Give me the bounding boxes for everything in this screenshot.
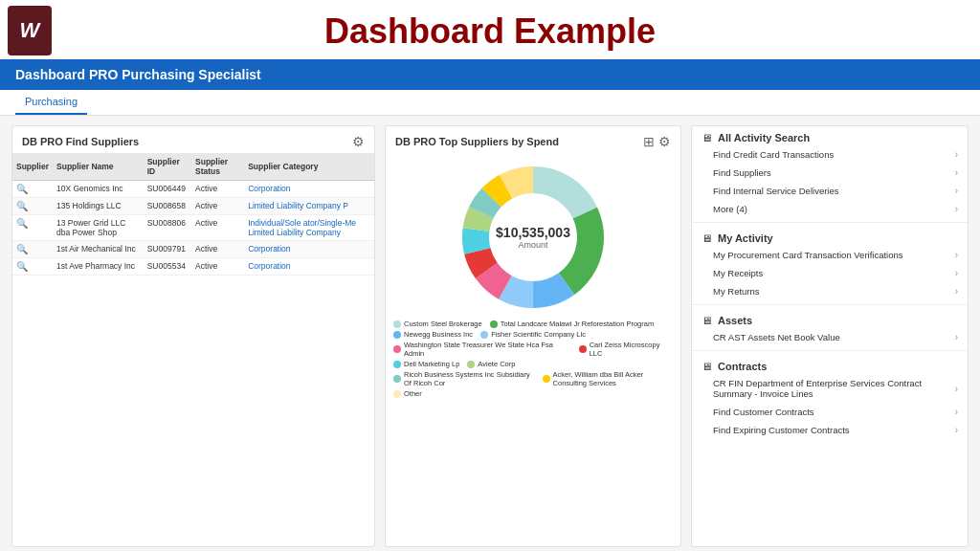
legend-label: Carl Zeiss Microscopy LLC xyxy=(590,341,673,358)
col-supplier-category: Supplier Category xyxy=(244,153,374,181)
section-item-label: My Returns xyxy=(713,286,760,297)
section-item[interactable]: CR AST Assets Net Book Value › xyxy=(692,328,968,346)
section-item[interactable]: My Receipts › xyxy=(692,264,968,282)
legend-row: Ricoh Business Systems Inc Subsidiary Of… xyxy=(393,370,673,387)
supplier-id-cell: SU006449 xyxy=(144,181,191,198)
section-item[interactable]: CR FIN Department of Enterprise Services… xyxy=(692,374,968,403)
logo: W xyxy=(8,6,52,55)
chevron-right-icon: › xyxy=(955,425,958,435)
donut-label: $10,535,003 Amount xyxy=(496,225,570,250)
supplier-name-cell: 135 Holdings LLC xyxy=(53,198,144,215)
legend-item: Newegg Business Inc xyxy=(393,330,473,339)
legend-item: Total Landcare Malawi Jr Reforestation P… xyxy=(490,320,655,328)
chevron-right-icon: › xyxy=(955,407,958,417)
table-row: 🔍 135 Holdings LLC SU008658 Active Limit… xyxy=(12,198,374,215)
chevron-right-icon: › xyxy=(955,286,958,297)
tab-purchasing[interactable]: Purchasing xyxy=(15,90,87,115)
section-item[interactable]: Find Credit Card Transactions › xyxy=(692,145,968,164)
find-suppliers-title: DB PRO Find Suppliers xyxy=(22,136,139,147)
legend-label: Custom Steel Brokerage xyxy=(404,320,482,328)
chevron-right-icon: › xyxy=(955,384,958,394)
section-item[interactable]: Find Internal Service Deliveries › xyxy=(692,182,968,200)
section-item-label: Find Suppliers xyxy=(713,167,771,178)
legend-label: Fisher Scientific Company Llc xyxy=(491,330,586,339)
section-item-label: CR FIN Department of Enterprise Services… xyxy=(713,378,955,399)
chevron-right-icon: › xyxy=(955,149,958,160)
donut-amount: $10,535,003 xyxy=(496,225,570,240)
row-search-icon[interactable]: 🔍 xyxy=(16,261,28,272)
legend-item: Aviete Corp xyxy=(467,360,515,368)
legend-item: Carl Zeiss Microscopy LLC xyxy=(579,341,673,358)
section-header: 🖥 My Activity xyxy=(692,227,968,246)
section-icon-3: 🖥 xyxy=(702,361,712,372)
blue-bar-label: Dashboard PRO Purchasing Specialist xyxy=(15,67,261,82)
row-search-icon[interactable]: 🔍 xyxy=(16,201,28,211)
supplier-id-cell: SU005534 xyxy=(144,258,191,276)
legend-label: Total Landcare Malawi Jr Reforestation P… xyxy=(501,320,655,328)
legend-item: Ricoh Business Systems Inc Subsidiary Of… xyxy=(393,370,535,387)
chevron-right-icon: › xyxy=(955,186,958,196)
legend-label: Dell Marketing Lp xyxy=(404,360,459,368)
section-item-label: Find Credit Card Transactions xyxy=(713,149,834,160)
section-item-label: Find Expiring Customer Contracts xyxy=(713,425,850,435)
logo-shield: W xyxy=(12,11,47,51)
col-supplier-status: Supplier Status xyxy=(191,153,244,181)
section-item-label: CR AST Assets Net Book Value xyxy=(713,332,840,342)
section-title-1: My Activity xyxy=(718,232,773,244)
section-title-0: All Activity Search xyxy=(718,132,810,143)
supplier-category-cell: Corporation xyxy=(244,258,374,276)
legend-item: Custom Steel Brokerage xyxy=(393,320,482,328)
section-header: 🖥 All Activity Search xyxy=(692,126,968,145)
section-item-label: More (4) xyxy=(713,204,747,214)
section-item[interactable]: Find Customer Contracts › xyxy=(692,403,968,421)
settings-icon[interactable]: ⚙ xyxy=(352,134,365,149)
chevron-right-icon: › xyxy=(955,204,958,214)
logo-text: W xyxy=(20,18,40,43)
supplier-status-cell: Active xyxy=(191,215,244,241)
table-row: 🔍 1st Ave Pharmacy Inc SU005534 Active C… xyxy=(12,258,374,276)
section-icon-2: 🖥 xyxy=(702,315,712,326)
find-suppliers-header: DB PRO Find Suppliers ⚙ xyxy=(12,126,374,153)
section-item[interactable]: Find Expiring Customer Contracts › xyxy=(692,421,968,439)
supplier-category-cell: Limited Liability Company P xyxy=(244,198,374,215)
section-title-3: Contracts xyxy=(718,361,767,372)
chevron-right-icon: › xyxy=(955,268,958,278)
page-header: W Dashboard Example xyxy=(0,0,980,59)
section-item[interactable]: More (4) › xyxy=(692,200,968,218)
legend-row: Custom Steel BrokerageTotal Landcare Mal… xyxy=(393,320,673,328)
donut-chart-area: $10,535,003 Amount xyxy=(386,153,680,318)
row-search-icon[interactable]: 🔍 xyxy=(16,184,28,194)
search-cell: 🔍 xyxy=(12,198,53,215)
tab-bar: Purchasing xyxy=(0,90,980,116)
top-suppliers-header: DB PRO Top Suppliers by Spend ⊞ ⚙ xyxy=(386,126,680,153)
supplier-table: Supplier Supplier Name Supplier ID Suppl… xyxy=(12,153,374,276)
supplier-status-cell: Active xyxy=(191,181,244,198)
section-divider xyxy=(692,350,968,351)
section-item[interactable]: Find Suppliers › xyxy=(692,164,968,182)
page-title: Dashboard Example xyxy=(324,11,656,52)
chevron-right-icon: › xyxy=(955,167,958,178)
legend-label: Other xyxy=(404,389,422,398)
col-supplier-name: Supplier Name xyxy=(53,153,144,181)
row-search-icon[interactable]: 🔍 xyxy=(16,218,28,229)
section-item-label: Find Internal Service Deliveries xyxy=(713,186,838,196)
filter-icon[interactable]: ⊞ xyxy=(643,134,655,149)
search-cell: 🔍 xyxy=(12,241,53,258)
blue-bar: Dashboard PRO Purchasing Specialist xyxy=(0,59,980,90)
row-search-icon[interactable]: 🔍 xyxy=(16,244,28,254)
section-divider xyxy=(692,304,968,305)
supplier-name-cell: 10X Genomics Inc xyxy=(53,181,144,198)
supplier-name-cell: 13 Power Grid LLC dba Power Shop xyxy=(53,215,144,241)
chevron-right-icon: › xyxy=(955,250,958,260)
section-header: 🖥 Assets xyxy=(692,309,968,328)
table-row: 🔍 13 Power Grid LLC dba Power Shop SU008… xyxy=(12,215,374,241)
supplier-category-cell: Corporation xyxy=(244,181,374,198)
section-header: 🖥 Contracts xyxy=(692,355,968,374)
legend-row: Other xyxy=(393,389,673,398)
supplier-table-wrapper[interactable]: Supplier Supplier Name Supplier ID Suppl… xyxy=(12,153,374,276)
find-suppliers-panel: DB PRO Find Suppliers ⚙ Supplier Supplie… xyxy=(11,125,375,547)
settings2-icon[interactable]: ⚙ xyxy=(658,134,671,149)
section-item[interactable]: My Returns › xyxy=(692,282,968,300)
legend-label: Newegg Business Inc xyxy=(404,330,473,339)
section-item[interactable]: My Procurement Card Transaction Verifica… xyxy=(692,246,968,264)
